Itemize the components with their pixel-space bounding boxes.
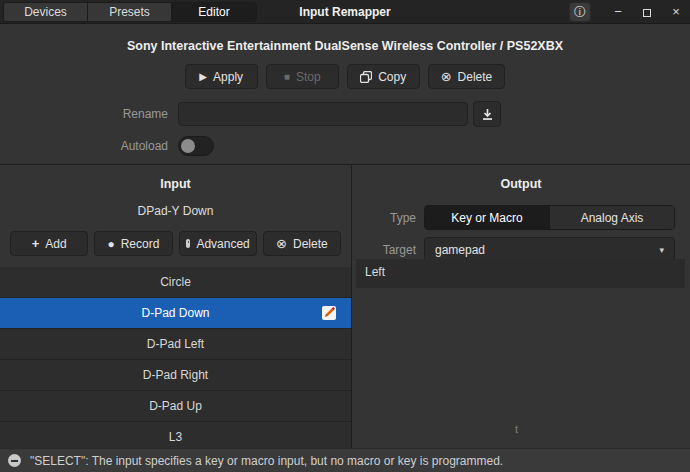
current-input-name: DPad-Y Down xyxy=(0,204,351,218)
autoload-row: Autoload xyxy=(0,136,690,156)
apply-button[interactable]: ▶ Apply xyxy=(185,64,258,89)
tab-editor[interactable]: Editor xyxy=(172,3,256,21)
status-message: "SELECT": The input specifies a key or m… xyxy=(30,454,503,468)
type-label: Type xyxy=(352,211,424,225)
stray-text: t xyxy=(515,423,518,435)
minimize-button[interactable]: − xyxy=(608,2,628,22)
stop-icon: ■ xyxy=(284,72,290,82)
edit-pencil-icon xyxy=(321,305,337,321)
target-value: gamepad xyxy=(435,243,485,257)
delete-preset-button[interactable]: ⊗ Delete xyxy=(428,64,506,89)
list-item-label: L3 xyxy=(169,430,182,444)
delete-input-label: Delete xyxy=(293,237,328,251)
list-item-label: D-Pad Up xyxy=(149,399,202,413)
list-item-label: D-Pad Right xyxy=(143,368,208,382)
stop-button[interactable]: ■ Stop xyxy=(266,64,339,89)
advanced-button[interactable]: Advanced xyxy=(179,231,257,256)
play-icon: ▶ xyxy=(199,72,207,82)
apply-label: Apply xyxy=(213,70,243,84)
autoload-toggle[interactable] xyxy=(178,136,214,156)
output-panel: Output Type Key or Macro Analog Axis Tar… xyxy=(352,165,690,448)
save-download-icon xyxy=(481,108,494,121)
device-preset-title: Sony Interactive Entertainment DualSense… xyxy=(0,39,690,53)
type-key-or-macro[interactable]: Key or Macro xyxy=(425,206,550,229)
tab-presets[interactable]: Presets xyxy=(88,3,172,21)
list-item-label: D-Pad Left xyxy=(147,337,204,351)
titlebar: Input Remapper Devices Presets Editor ⓘ … xyxy=(0,0,690,24)
close-icon: × xyxy=(672,4,680,19)
type-analog-axis[interactable]: Analog Axis xyxy=(550,206,674,229)
plus-icon: + xyxy=(32,237,40,250)
rename-save-button[interactable] xyxy=(473,101,501,127)
delete-input-button[interactable]: ⊗ Delete xyxy=(263,231,341,256)
rename-row: Rename xyxy=(0,101,690,127)
delete-preset-label: Delete xyxy=(458,70,493,84)
status-bar: "SELECT": The input specifies a key or m… xyxy=(0,448,690,472)
list-item-dpad-up[interactable]: D-Pad Up xyxy=(0,391,351,422)
add-input-button[interactable]: + Add xyxy=(10,231,88,256)
input-panel-title: Input xyxy=(0,177,351,191)
info-icon: ⓘ xyxy=(574,5,586,19)
record-button[interactable]: ● Record xyxy=(94,231,172,256)
chevron-down-icon: ▾ xyxy=(659,245,664,255)
copy-label: Copy xyxy=(378,70,406,84)
close-button[interactable]: × xyxy=(666,2,686,22)
maximize-icon xyxy=(643,9,651,17)
list-item-dpad-right[interactable]: D-Pad Right xyxy=(0,360,351,391)
delete-icon: ⊗ xyxy=(441,70,452,83)
list-item-dpad-left[interactable]: D-Pad Left xyxy=(0,329,351,360)
list-item-dpad-down[interactable]: D-Pad Down xyxy=(0,298,351,329)
window-controls: ⓘ − × xyxy=(569,0,686,24)
preset-actions: ▶ Apply ■ Stop Copy ⊗ Delete xyxy=(0,64,690,89)
minimize-icon: − xyxy=(614,4,622,19)
delete-icon: ⊗ xyxy=(276,237,287,250)
tab-devices[interactable]: Devices xyxy=(4,3,88,21)
view-switcher: Devices Presets Editor xyxy=(3,2,257,22)
copy-icon xyxy=(360,71,372,83)
maximize-button[interactable] xyxy=(637,2,657,22)
rename-label: Rename xyxy=(0,107,178,121)
advanced-label: Advanced xyxy=(196,237,249,251)
list-item-label: D-Pad Down xyxy=(141,306,209,320)
rename-input[interactable] xyxy=(178,102,468,126)
target-label: Target xyxy=(352,243,424,257)
record-label: Record xyxy=(121,237,160,251)
list-item-circle[interactable]: Circle xyxy=(0,267,351,298)
error-circle-icon xyxy=(8,454,21,467)
advanced-icon xyxy=(186,239,191,248)
mapping-list: Circle D-Pad Down D-Pad Left D-Pad Right… xyxy=(0,267,351,453)
add-label: Add xyxy=(45,237,66,251)
stop-label: Stop xyxy=(296,70,321,84)
type-row: Type Key or Macro Analog Axis xyxy=(352,205,690,230)
input-panel: Input DPad-Y Down + Add ● Record Advance… xyxy=(0,165,352,448)
toggle-knob xyxy=(181,139,195,153)
editor-panels: Input DPad-Y Down + Add ● Record Advance… xyxy=(0,164,690,448)
macro-code-editor[interactable]: Left xyxy=(356,259,685,288)
record-icon: ● xyxy=(107,238,114,250)
list-item-label: Circle xyxy=(160,275,191,289)
input-actions: + Add ● Record Advanced ⊗ Delete xyxy=(0,231,351,256)
preset-section: Sony Interactive Entertainment DualSense… xyxy=(0,25,690,163)
autoload-label: Autoload xyxy=(0,139,178,153)
copy-button[interactable]: Copy xyxy=(347,64,420,89)
macro-code-value: Left xyxy=(365,265,385,279)
output-type-switch: Key or Macro Analog Axis xyxy=(424,205,675,230)
info-button[interactable]: ⓘ xyxy=(569,2,591,22)
output-panel-title: Output xyxy=(352,177,690,191)
